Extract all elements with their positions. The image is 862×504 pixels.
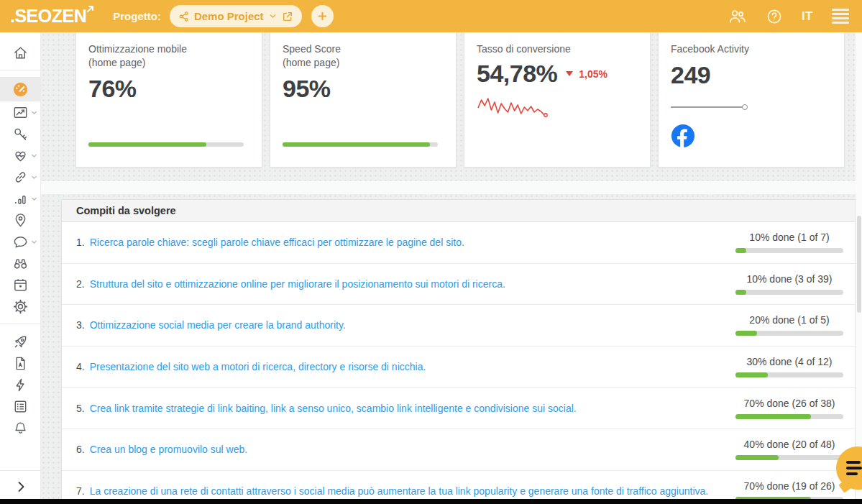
task-number: 4. bbox=[76, 361, 85, 372]
sidebar-expand-button[interactable] bbox=[0, 478, 41, 495]
logo-arrow-icon bbox=[85, 4, 96, 14]
task-progress-label: 70% done (19 of 26) bbox=[744, 480, 835, 492]
chevron-down-icon bbox=[30, 195, 38, 203]
task-progress-bar bbox=[735, 455, 843, 460]
task-link[interactable]: Struttura del sito e ottimizzazione onli… bbox=[90, 278, 505, 290]
section-gap bbox=[41, 181, 862, 194]
card-title: Ottimizzazione mobile (home page) bbox=[88, 42, 249, 70]
menu-icon[interactable] bbox=[832, 9, 849, 24]
seozen-logo[interactable]: .SEOZEN bbox=[10, 6, 96, 27]
task-row: 1.Ricerca parole chiave: scegli parole c… bbox=[62, 222, 855, 264]
sidebar-item-settings[interactable] bbox=[0, 295, 41, 317]
task-link[interactable]: Ricerca parole chiave: scegli parole chi… bbox=[90, 237, 464, 248]
sidebar-item-home[interactable] bbox=[0, 42, 41, 63]
card-speed-score: Speed Score (home page) 95% bbox=[270, 32, 457, 168]
task-progress-label: 70% done (26 of 38) bbox=[744, 398, 835, 409]
sidebar-item-backlinks[interactable] bbox=[0, 166, 41, 188]
task-progress-label: 10% done (1 of 7) bbox=[749, 232, 829, 243]
sidebar bbox=[0, 32, 41, 504]
location-pin-icon bbox=[12, 212, 29, 229]
help-icon[interactable] bbox=[766, 8, 783, 25]
card-conversion-rate: Tasso di conversione 54,78% 1,05% bbox=[464, 32, 651, 168]
sidebar-item-rankings[interactable] bbox=[0, 101, 41, 123]
facebook-icon[interactable] bbox=[671, 124, 832, 148]
task-progress-label: 30% done (4 of 12) bbox=[746, 356, 832, 367]
tasks-panel: Compiti da svolgere 1.Ricerca parole chi… bbox=[61, 199, 856, 502]
task-row: 3.Ottimizzazione social media per creare… bbox=[62, 305, 855, 347]
chevron-down-icon bbox=[30, 109, 38, 116]
scrollbar-thumb[interactable] bbox=[857, 216, 861, 313]
gear-icon bbox=[12, 298, 29, 315]
sidebar-item-tasks[interactable] bbox=[0, 395, 41, 417]
sidebar-divider bbox=[0, 470, 41, 471]
checklist-icon bbox=[12, 398, 29, 415]
users-icon[interactable] bbox=[728, 6, 747, 26]
app-window: .SEOZEN Progetto: Demo Project bbox=[0, 0, 862, 504]
project-selector-button[interactable]: Demo Project bbox=[170, 5, 302, 27]
speedometer-icon bbox=[12, 81, 29, 98]
sidebar-divider bbox=[0, 324, 40, 324]
tasks-panel-title: Compiti da svolgere bbox=[76, 205, 176, 216]
card-value: 95% bbox=[283, 75, 444, 103]
conversion-sparkline bbox=[477, 93, 638, 119]
add-project-button[interactable] bbox=[311, 5, 334, 27]
task-link[interactable]: Ottimizzazione social media per creare l… bbox=[90, 319, 346, 331]
binoculars-icon bbox=[12, 255, 29, 272]
sidebar-item-dashboard[interactable] bbox=[0, 77, 41, 101]
card-value: 54,78% bbox=[477, 60, 557, 88]
card-value: 249 bbox=[671, 61, 832, 89]
task-progress-bar bbox=[735, 290, 843, 295]
slider-knob-icon[interactable] bbox=[742, 104, 748, 110]
scrollbar[interactable] bbox=[856, 32, 862, 504]
progress-bar bbox=[283, 142, 438, 147]
facebook-activity-slider[interactable] bbox=[671, 106, 743, 108]
pdf-file-icon bbox=[12, 355, 29, 372]
sidebar-item-social[interactable] bbox=[0, 231, 41, 252]
chevron-down-icon bbox=[30, 152, 38, 160]
rocket-icon bbox=[12, 334, 29, 350]
sidebar-item-competitors[interactable] bbox=[0, 252, 41, 274]
task-link[interactable]: La creazione di una rete di contatti att… bbox=[90, 485, 709, 497]
sidebar-item-traffic[interactable] bbox=[0, 188, 41, 209]
card-title: Speed Score (home page) bbox=[283, 42, 444, 70]
sidebar-item-site-health[interactable] bbox=[0, 145, 41, 166]
bell-icon bbox=[12, 420, 29, 436]
sidebar-item-alerts[interactable] bbox=[0, 374, 41, 395]
chat-bubble-icon bbox=[12, 234, 29, 250]
sidebar-item-planner[interactable] bbox=[0, 274, 41, 295]
chevron-down-icon bbox=[268, 12, 278, 21]
task-link[interactable]: Crea un blog e promuovilo sul web. bbox=[90, 444, 247, 455]
home-icon bbox=[12, 45, 29, 61]
key-icon bbox=[12, 126, 29, 142]
card-title: Tasso di conversione bbox=[477, 42, 638, 56]
calendar-icon bbox=[12, 277, 29, 293]
task-row: 4.Presentazione del sito web a motori di… bbox=[62, 347, 855, 388]
task-link[interactable]: Presentazione del sito web a motori di r… bbox=[90, 361, 426, 372]
sidebar-item-local[interactable] bbox=[0, 209, 41, 231]
chevron-down-icon bbox=[30, 238, 38, 246]
task-link[interactable]: Crea link tramite strategie di link bait… bbox=[90, 403, 577, 414]
topbar: .SEOZEN Progetto: Demo Project bbox=[0, 0, 862, 32]
language-selector[interactable]: IT bbox=[802, 9, 813, 24]
sidebar-divider bbox=[0, 70, 40, 70]
card-facebook-activity: Facebook Activity 249 bbox=[658, 32, 845, 168]
main-content: Ottimizzazione mobile (home page) 76% Sp… bbox=[41, 32, 862, 504]
external-link-icon[interactable] bbox=[282, 11, 293, 22]
task-number: 1. bbox=[76, 237, 85, 248]
sidebar-item-pdf-report[interactable] bbox=[0, 352, 41, 374]
task-row: 5.Crea link tramite strategie di link ba… bbox=[62, 388, 855, 429]
delta-down-icon bbox=[566, 71, 573, 76]
line-chart-icon bbox=[12, 104, 29, 121]
sidebar-item-notifications[interactable] bbox=[0, 417, 41, 439]
delta-value: 1,05% bbox=[579, 68, 607, 80]
sidebar-item-quick-start[interactable] bbox=[0, 331, 41, 352]
sidebar-item-keywords[interactable] bbox=[0, 123, 41, 145]
share-nodes-icon bbox=[178, 11, 190, 22]
link-icon bbox=[12, 169, 29, 185]
task-progress-label: 40% done (20 of 48) bbox=[744, 439, 835, 450]
card-mobile-optimization: Ottimizzazione mobile (home page) 76% bbox=[75, 32, 262, 168]
project-label: Progetto: bbox=[113, 10, 161, 22]
kpi-cards-row: Ottimizzazione mobile (home page) 76% Sp… bbox=[75, 32, 845, 168]
task-progress-bar bbox=[735, 331, 843, 336]
chevron-down-icon bbox=[30, 173, 38, 181]
